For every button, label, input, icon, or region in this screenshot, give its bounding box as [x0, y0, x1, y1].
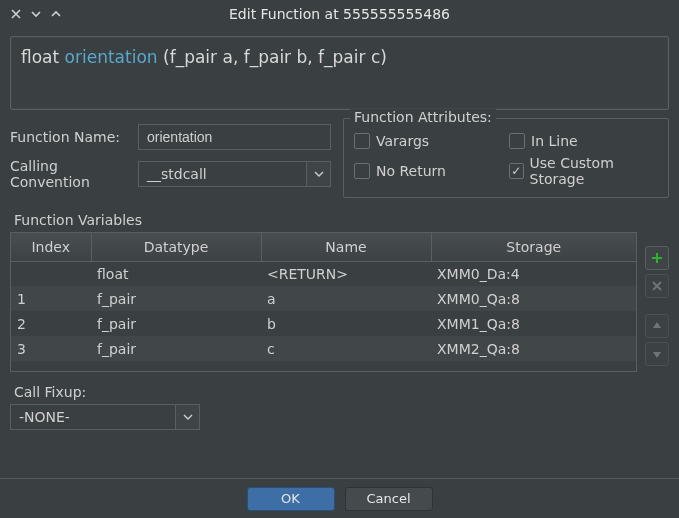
calling-convention-select[interactable]: __stdcall — [138, 161, 331, 187]
table-row[interactable]: 3f_paircXMM2_Qa:8 — [11, 336, 636, 361]
signature-return-type: float — [21, 47, 59, 67]
column-header-storage[interactable]: Storage — [431, 233, 636, 261]
use-custom-storage-label: Use Custom Storage — [530, 155, 658, 187]
cancel-button[interactable]: Cancel — [345, 487, 433, 511]
no-return-checkbox[interactable]: No Return — [354, 155, 503, 187]
function-attributes-title: Function Attributes: — [350, 109, 496, 125]
cell-name[interactable]: <RETURN> — [261, 261, 431, 286]
signature-function-name: orientation — [65, 47, 158, 67]
column-header-name[interactable]: Name — [261, 233, 431, 261]
cell-datatype[interactable]: f_pair — [91, 286, 261, 311]
cell-index[interactable]: 1 — [11, 286, 91, 311]
cell-storage[interactable]: XMM0_Da:4 — [431, 261, 636, 286]
varargs-label: Varargs — [376, 133, 429, 149]
move-up-button[interactable] — [645, 314, 669, 338]
checkbox-icon — [354, 133, 370, 149]
signature-parameters: (f_pair a, f_pair b, f_pair c) — [163, 47, 387, 67]
checkbox-checked-icon — [509, 163, 524, 179]
cell-datatype[interactable]: f_pair — [91, 336, 261, 361]
table-row[interactable]: 1f_pairaXMM0_Qa:8 — [11, 286, 636, 311]
cell-name[interactable]: b — [261, 311, 431, 336]
chevron-up-icon[interactable] — [46, 4, 66, 24]
cell-name[interactable]: c — [261, 336, 431, 361]
inline-label: In Line — [531, 133, 578, 149]
function-signature-box[interactable]: float orientation (f_pair a, f_pair b, f… — [10, 36, 669, 110]
table-row[interactable]: float<RETURN>XMM0_Da:4 — [11, 261, 636, 286]
checkbox-icon — [509, 133, 525, 149]
move-down-button[interactable] — [645, 342, 669, 366]
inline-checkbox[interactable]: In Line — [509, 133, 658, 149]
add-variable-button[interactable] — [645, 246, 669, 270]
cell-index[interactable]: 2 — [11, 311, 91, 336]
cell-storage[interactable]: XMM0_Qa:8 — [431, 286, 636, 311]
dialog-footer: OK Cancel — [0, 478, 679, 518]
cell-datatype[interactable]: float — [91, 261, 261, 286]
call-fixup-select[interactable]: -NONE- — [10, 404, 200, 430]
table-row[interactable]: 2f_pairbXMM1_Qa:8 — [11, 311, 636, 336]
function-attributes-group: Function Attributes: Varargs In Line No … — [343, 118, 669, 198]
cell-storage[interactable]: XMM1_Qa:8 — [431, 311, 636, 336]
cell-index[interactable] — [11, 261, 91, 286]
ok-button[interactable]: OK — [247, 487, 335, 511]
function-variables-table[interactable]: Index Datatype Name Storage float<RETURN… — [10, 232, 637, 372]
no-return-label: No Return — [376, 163, 446, 179]
cell-datatype[interactable]: f_pair — [91, 311, 261, 336]
close-icon[interactable] — [6, 4, 26, 24]
window-title: Edit Function at 555555555486 — [66, 6, 673, 22]
chevron-down-icon[interactable] — [26, 4, 46, 24]
function-name-input[interactable] — [138, 124, 331, 150]
chevron-down-icon[interactable] — [175, 405, 199, 429]
function-variables-label: Function Variables — [14, 212, 669, 228]
cell-storage[interactable]: XMM2_Qa:8 — [431, 336, 636, 361]
chevron-down-icon[interactable] — [306, 162, 330, 186]
calling-convention-value: __stdcall — [147, 166, 207, 182]
checkbox-icon — [354, 163, 370, 179]
call-fixup-value: -NONE- — [19, 409, 70, 425]
cell-name[interactable]: a — [261, 286, 431, 311]
column-header-index[interactable]: Index — [11, 233, 91, 261]
call-fixup-label: Call Fixup: — [14, 384, 669, 400]
use-custom-storage-checkbox[interactable]: Use Custom Storage — [509, 155, 658, 187]
remove-variable-button[interactable] — [645, 274, 669, 298]
cell-index[interactable]: 3 — [11, 336, 91, 361]
calling-convention-label: Calling Convention — [10, 158, 138, 190]
column-header-datatype[interactable]: Datatype — [91, 233, 261, 261]
svg-rect-1 — [652, 257, 662, 259]
function-name-label: Function Name: — [10, 129, 138, 145]
varargs-checkbox[interactable]: Varargs — [354, 133, 503, 149]
titlebar: Edit Function at 555555555486 — [0, 0, 679, 28]
